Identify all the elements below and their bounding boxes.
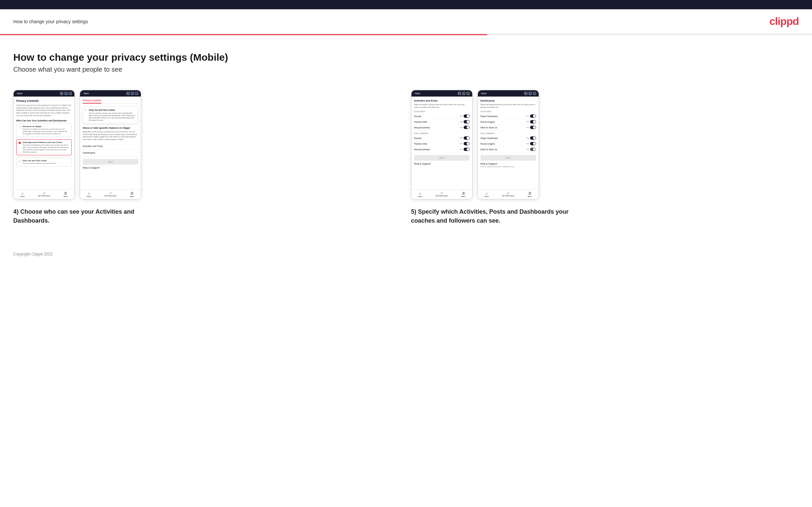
bottom-nav-performance-3[interactable]: 📈 My Performance [436,191,448,198]
screen3-nav-icons: 🔍 👤 ⚙ [458,92,470,95]
bottom-nav-performance-2[interactable]: 📈 My Performance [105,191,117,198]
bottom-nav-performance-4[interactable]: 📈 My Performance [502,191,514,198]
coaches-what-to-work-toggle[interactable] [530,126,536,129]
main-content: How to change your privacy settings (Mob… [0,35,812,245]
search-icon-4[interactable]: 🔍 [524,92,527,95]
toggle-followers-round-insights: Round Insights ON [480,141,536,147]
screen4-navbar: ‹ Back 🔍 👤 ⚙ [478,90,539,97]
radio-label-approved: Only Approved Followers and Your Coach [22,142,69,143]
dropdown-text: Only you and the coaches you connect wit… [89,112,136,121]
followers-what-to-work-toggle[interactable] [530,148,536,151]
followers-drills-toggle[interactable] [464,142,470,145]
dropdown-title: Only You and Your Coach [89,109,136,111]
coaches-rounds-toggle[interactable] [464,114,470,118]
left-group: ‹ Back 🔍 👤 ⚙ Privacy Controls Control ho… [13,90,401,225]
screen4-bottom-nav: ⌂ Home 📈 My Performance ☰ Menu [478,189,539,199]
screen2-section-text: Regardless of the privacy controls that … [83,131,138,141]
screen4-body: Dashboards Select the dashboards that yo… [478,97,539,189]
screen2-bottom-nav: ⌂ Home 📈 My Performance ☰ Menu [80,189,141,199]
home-icon-4: ⌂ [486,191,488,195]
profile-icon[interactable]: 👤 [64,92,67,95]
followers-manual-toggle[interactable] [464,148,470,151]
menu-item-dashboards[interactable]: Dashboards › [83,150,138,156]
followers-what-to-work-label: What To Work On [480,148,498,151]
coaches-manual-toggle[interactable] [464,126,470,129]
menu-item-activities[interactable]: Activities and Posts › [83,143,138,150]
screen2-save-button[interactable]: Save [83,159,138,165]
screen4-back[interactable]: ‹ Back [480,92,487,95]
followers-player-dash-on: ON [526,137,529,139]
tab-privacy-controls[interactable]: Privacy Controls [83,99,101,104]
settings-icon-2[interactable]: ⚙ [135,92,138,95]
followers-rounds-on-label: ON [460,137,462,139]
dropdown-radio [85,109,86,111]
screen3-back[interactable]: ‹ Back [414,92,420,95]
radio-content-everyone: Everyone on Clippd Everyone on Clippd ca… [22,125,69,135]
radio-option-only-coach[interactable]: Only You and Your Coach Only you and the… [16,158,72,167]
search-icon[interactable]: 🔍 [60,92,63,95]
coaches-player-dash-on: ON [526,115,529,117]
settings-icon[interactable]: ⚙ [69,92,72,95]
toggle-coaches-drills-control: ON [460,120,469,123]
search-icon-3[interactable]: 🔍 [458,92,461,95]
screen4-save-button[interactable]: Save [480,155,536,161]
header-title: How to change your privacy settings [13,19,88,24]
toggle-followers-drills: Practice Drills ON [414,141,470,147]
profile-icon-4[interactable]: 👤 [529,92,532,95]
caption-left-text: 4) Choose who can see your Activities an… [13,207,140,225]
profile-icon-2[interactable]: 👤 [131,92,134,95]
menu-item-dashboards-label: Dashboards [83,152,95,154]
screen-1: ‹ Back 🔍 👤 ⚙ Privacy Controls Control ho… [13,90,75,200]
caption-right-text: 5) Specify which Activities, Posts and D… [411,207,570,225]
screen2-nav-icons: 🔍 👤 ⚙ [126,92,138,95]
bottom-nav-home-4[interactable]: ⌂ Home [485,191,489,198]
radio-option-everyone[interactable]: Everyone on Clippd Everyone on Clippd ca… [16,123,72,137]
screen1-back[interactable]: ‹ Back [16,92,22,95]
bottom-nav-menu-2[interactable]: ☰ Menu [130,191,134,198]
followers-manual-on-label: ON [460,148,462,150]
home-icon-3: ⌂ [419,191,421,195]
bottom-nav-menu[interactable]: ☰ Menu [63,191,68,198]
toggle-followers-manual-control: ON [460,148,469,151]
coaches-drills-toggle[interactable] [464,120,470,123]
help-label-3: Help & Support [414,163,470,165]
toggle-coaches-player-dash-control: ON [526,114,536,118]
followers-round-insights-on: ON [526,143,529,145]
home-label-3: Home [418,195,422,198]
performance-label: My Performance [38,195,50,197]
bottom-nav-home[interactable]: ⌂ Home [20,191,24,198]
performance-label-2: My Performance [105,195,117,197]
followers-round-insights-toggle[interactable] [530,142,536,145]
toggle-coaches-round-insights-control: ON [526,120,536,123]
bottom-nav-menu-4[interactable]: ☰ Menu [528,191,532,198]
menu-label: Menu [63,195,68,198]
bottom-nav-home-3[interactable]: ⌂ Home [418,191,422,198]
left-caption: 4) Choose who can see your Activities an… [13,207,140,225]
toggle-followers-rounds-control: ON [460,136,469,140]
followers-player-dash-toggle[interactable] [530,136,536,140]
followers-rounds-toggle[interactable] [464,136,470,140]
settings-icon-4[interactable]: ⚙ [533,92,536,95]
bottom-nav-performance[interactable]: 📈 My Performance [38,191,50,198]
coaches-round-insights-toggle[interactable] [530,120,536,123]
logo: clippd [769,15,799,27]
menu-item-activities-label: Activities and Posts [83,145,103,147]
screen2-back[interactable]: ‹ Back [83,92,89,95]
screen2-tab-bar: Privacy Controls [83,99,138,104]
coaches-player-dash-toggle[interactable] [530,114,536,118]
screen3-coaches-label: COACHES [414,111,470,112]
search-icon-2[interactable]: 🔍 [126,92,130,95]
screen3-help: Help & Support [414,163,470,165]
bottom-nav-menu-3[interactable]: ☰ Menu [461,191,466,198]
radio-content-only-coach: Only You and Your Coach Only you and the… [22,160,56,165]
home-label: Home [20,195,24,198]
screen3-body: Activities and Posts Select the types of… [411,97,472,189]
profile-icon-3[interactable]: 👤 [462,92,465,95]
screen1-nav-icons: 🔍 👤 ⚙ [60,92,72,95]
settings-icon-3[interactable]: ⚙ [467,92,470,95]
bottom-nav-home-2[interactable]: ⌂ Home [87,191,91,198]
radio-option-approved[interactable]: Only Approved Followers and Your Coach O… [16,139,72,155]
screen3-save-button[interactable]: Save [414,155,470,161]
toggle-followers-rounds: Rounds ON [414,135,470,141]
help-label-2: Help & Support [83,167,138,169]
